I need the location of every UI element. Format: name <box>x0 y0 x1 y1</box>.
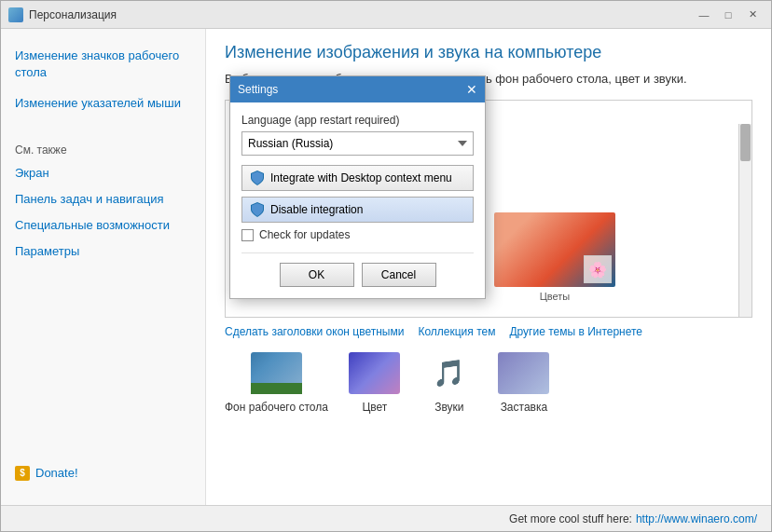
bottom-icon-sounds[interactable]: 🎵 Звуки <box>421 349 477 414</box>
screensaver-label: Заставка <box>501 401 548 414</box>
themes-scrollbar[interactable] <box>738 124 751 317</box>
settings-dialog: Settings ✕ Language (app restart require… <box>229 75 486 299</box>
bottom-icon-desktop[interactable]: Фон рабочего стола <box>225 349 328 414</box>
language-label: Language (app restart required) <box>241 114 474 127</box>
main-window: Персонализация — □ ✕ Изменение значков р… <box>0 0 772 532</box>
link-more-themes[interactable]: Другие темы в Интернете <box>509 325 642 338</box>
sidebar-item-desktop-icons[interactable]: Изменение значков рабочего стола <box>1 43 205 86</box>
sidebar-item-params[interactable]: Параметры <box>1 239 205 265</box>
disable-button-label: Disable integration <box>270 203 363 216</box>
theme-thumb-flowers[interactable]: 🌸 <box>494 212 615 287</box>
close-button[interactable]: ✕ <box>741 6 764 24</box>
minimize-button[interactable]: — <box>693 6 715 24</box>
cancel-button[interactable]: Cancel <box>362 263 436 287</box>
dialog-close-button[interactable]: ✕ <box>466 83 477 96</box>
language-select[interactable]: Russian (Russia) <box>241 131 474 156</box>
sidebar-item-accessibility[interactable]: Специальные возможности <box>1 212 205 239</box>
bottom-icons-row: Фон рабочего стола Цвет 🎵 Звуки <box>225 349 752 414</box>
disable-shield-icon <box>250 202 265 217</box>
checkbox-label: Check for updates <box>259 228 350 241</box>
sidebar-item-mouse[interactable]: Изменение указателей мыши <box>1 90 205 116</box>
maximize-button[interactable]: □ <box>717 6 739 24</box>
sidebar-item-screen[interactable]: Экран <box>1 160 205 186</box>
sidebar-bottom: $ Donate! <box>1 456 205 491</box>
color-visual <box>349 352 400 394</box>
title-bar: Персонализация — □ ✕ <box>1 1 771 29</box>
see-also-label: См. также <box>1 136 205 160</box>
sounds-icon: 🎵 <box>421 349 477 396</box>
sounds-label: Звуки <box>434 401 463 414</box>
title-bar-left: Персонализация <box>8 7 117 22</box>
integrate-shield-icon <box>250 171 265 185</box>
color-label: Цвет <box>362 401 387 414</box>
sidebar-item-taskbar[interactable]: Панель задач и навигация <box>1 186 205 212</box>
scrollbar-thumb <box>740 124 751 161</box>
integrate-button-label: Integrate with Desktop context menu <box>270 171 452 184</box>
desktop-bg-label: Фон рабочего стола <box>225 401 328 414</box>
links-row: Сделать заголовки окон цветными Коллекци… <box>225 325 752 338</box>
desktop-bg-icon <box>248 349 304 396</box>
integrate-button[interactable]: Integrate with Desktop context menu <box>241 165 474 191</box>
dialog-body: Language (app restart required) Russian … <box>230 102 485 298</box>
right-panel: Изменение изображения и звука на компьют… <box>206 29 771 505</box>
link-colorful-titles[interactable]: Сделать заголовки окон цветными <box>225 325 404 338</box>
screensaver-visual <box>498 352 549 394</box>
bottom-icon-color[interactable]: Цвет <box>347 349 403 414</box>
footer: Get more cool stuff here: http://www.win… <box>1 505 771 531</box>
dialog-footer: OK Cancel <box>241 252 474 287</box>
footer-link[interactable]: http://www.winaero.com/ <box>636 512 757 525</box>
dialog-title: Settings <box>238 83 278 96</box>
disable-button[interactable]: Disable integration <box>241 197 474 223</box>
disable-btn-wrapper: Disable integration <box>241 197 474 223</box>
desktop-bg-visual <box>251 352 302 394</box>
donate-icon: $ <box>15 466 30 481</box>
screensaver-icon <box>496 349 552 396</box>
flowers-theme-item: 🌸 Цветы <box>494 212 615 302</box>
link-theme-collection[interactable]: Коллекция тем <box>418 325 495 338</box>
checkbox-row: Check for updates <box>241 228 474 241</box>
page-title: Изменение изображения и звука на компьют… <box>225 43 752 62</box>
theme-label-flowers: Цветы <box>494 291 615 302</box>
flowers-overlay: 🌸 <box>584 255 612 283</box>
dialog-title-bar: Settings ✕ <box>230 76 485 102</box>
ok-button[interactable]: OK <box>280 263 354 287</box>
window-title: Персонализация <box>29 8 117 21</box>
bottom-icon-screensaver[interactable]: Заставка <box>496 349 552 414</box>
app-icon <box>8 7 23 22</box>
color-icon <box>347 349 403 396</box>
window-controls: — □ ✕ <box>693 6 764 24</box>
donate-link[interactable]: Donate! <box>35 465 78 482</box>
integrate-btn-wrapper: Integrate with Desktop context menu <box>241 165 474 191</box>
updates-checkbox[interactable] <box>241 229 254 241</box>
sounds-visual: 🎵 <box>423 352 475 394</box>
sidebar: Изменение значков рабочего стола Изменен… <box>1 29 206 505</box>
footer-text: Get more cool stuff here: <box>509 512 632 525</box>
main-content: Изменение значков рабочего стола Изменен… <box>1 29 771 505</box>
